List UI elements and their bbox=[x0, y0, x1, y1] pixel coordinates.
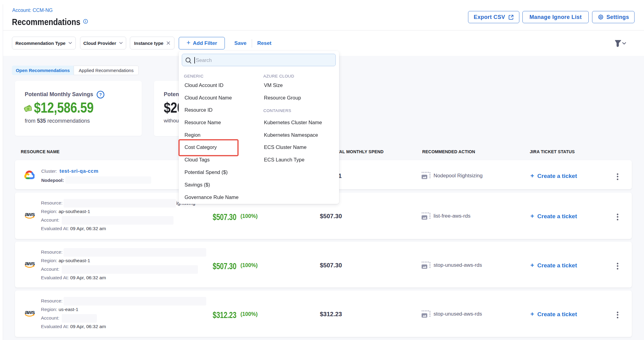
svg-text:?: ? bbox=[99, 92, 102, 97]
